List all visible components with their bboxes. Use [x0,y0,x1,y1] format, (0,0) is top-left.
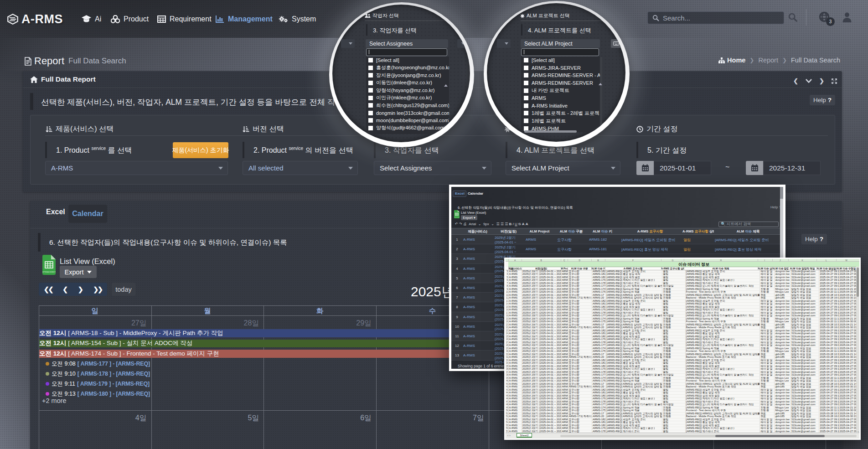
svg-text:SPREADSHEET: SPREADSHEET [42,271,56,273]
